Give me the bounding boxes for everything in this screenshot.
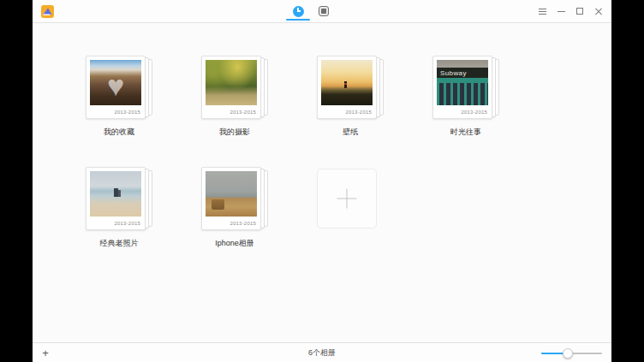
maximize-button[interactable]: [570, 0, 589, 22]
album-date-range: 2013-2015: [115, 221, 141, 226]
album-thumbnail: [321, 60, 373, 105]
titlebar: [33, 0, 611, 23]
album-count-label: 6个相册: [33, 343, 611, 362]
album-name: 时光往事: [432, 127, 499, 138]
album-card[interactable]: 2013-2015 我的摄影: [201, 56, 268, 167]
clock-icon: [293, 6, 304, 17]
album-thumbnail: ♥: [90, 60, 141, 105]
album-cover: 2013-2015: [317, 56, 377, 119]
maximize-icon: [576, 8, 583, 15]
menu-icon: [539, 9, 546, 15]
slider-handle[interactable]: [563, 348, 573, 359]
minimize-button[interactable]: [552, 0, 570, 22]
album-date-range: 2013-2015: [230, 221, 257, 226]
close-icon: [594, 7, 603, 15]
album-polaroid[interactable]: 2013-2015: [86, 167, 146, 230]
album-polaroid[interactable]: 2013-2015: [201, 56, 261, 119]
album-cover: 2013-2015: [201, 56, 261, 119]
view-tabs: [285, 0, 337, 22]
thumbnail-overlay: ♥: [90, 60, 141, 105]
menu-button[interactable]: [533, 0, 552, 22]
album-thumbnail: Subway: [437, 60, 488, 105]
album-polaroid[interactable]: 2013-2015: [201, 167, 261, 230]
album-card[interactable]: ♥ 2013-2015 我的收藏: [86, 56, 152, 167]
album-card[interactable]: 2013-2015 壁纸: [317, 56, 384, 167]
album-thumbnail: [90, 171, 141, 217]
album-icon: [319, 6, 329, 16]
album-thumbnail: [206, 171, 257, 217]
thumbnail-overlay: Subway: [437, 60, 488, 105]
tab-albums[interactable]: [311, 0, 337, 22]
album-polaroid[interactable]: Subway 2013-2015: [432, 56, 492, 119]
album-date-range: 2013-2015: [115, 110, 141, 115]
album-cover: 2013-2015: [201, 167, 261, 230]
album-card[interactable]: 2013-2015 经典老照片: [86, 167, 152, 278]
album-name: Iphone相册: [201, 238, 268, 249]
add-album-tile[interactable]: [317, 167, 384, 278]
album-polaroid[interactable]: 2013-2015: [317, 56, 377, 119]
album-date-range: 2013-2015: [346, 110, 373, 115]
app-window: ♥ 2013-2015 我的收藏 2013-2015 我的摄影: [33, 0, 611, 362]
add-album-box[interactable]: [317, 169, 377, 228]
album-name: 我的摄影: [201, 127, 268, 138]
plus-icon: [337, 199, 357, 199]
album-name: 壁纸: [317, 127, 384, 138]
album-card[interactable]: 2013-2015 Iphone相册: [201, 167, 268, 278]
album-cover: Subway 2013-2015: [432, 56, 492, 119]
image-viewer-app-icon: [41, 5, 54, 18]
statusbar: + 6个相册: [33, 342, 611, 362]
minimize-icon: [558, 11, 565, 12]
album-card[interactable]: Subway 2013-2015 时光往事: [432, 56, 499, 167]
album-date-range: 2013-2015: [230, 110, 257, 115]
thumbnail-overlay: [206, 171, 257, 217]
window-controls: [533, 0, 608, 22]
thumbnail-overlay: [90, 171, 141, 217]
thumbnail-overlay: [321, 60, 373, 105]
album-grid: ♥ 2013-2015 我的收藏 2013-2015 我的摄影: [86, 23, 548, 278]
album-name: 我的收藏: [86, 127, 152, 138]
thumbnail-overlay: [206, 60, 257, 105]
tab-timeline[interactable]: [285, 0, 311, 22]
album-thumbnail: [206, 60, 257, 105]
album-view: ♥ 2013-2015 我的收藏 2013-2015 我的摄影: [33, 23, 611, 342]
album-date-range: 2013-2015: [462, 110, 488, 115]
zoom-slider[interactable]: [541, 343, 602, 362]
album-cover: 2013-2015: [86, 167, 146, 230]
album-cover: ♥ 2013-2015: [86, 56, 146, 119]
album-name: 经典老照片: [86, 238, 152, 249]
album-polaroid[interactable]: ♥ 2013-2015: [86, 56, 146, 119]
close-button[interactable]: [589, 0, 608, 22]
